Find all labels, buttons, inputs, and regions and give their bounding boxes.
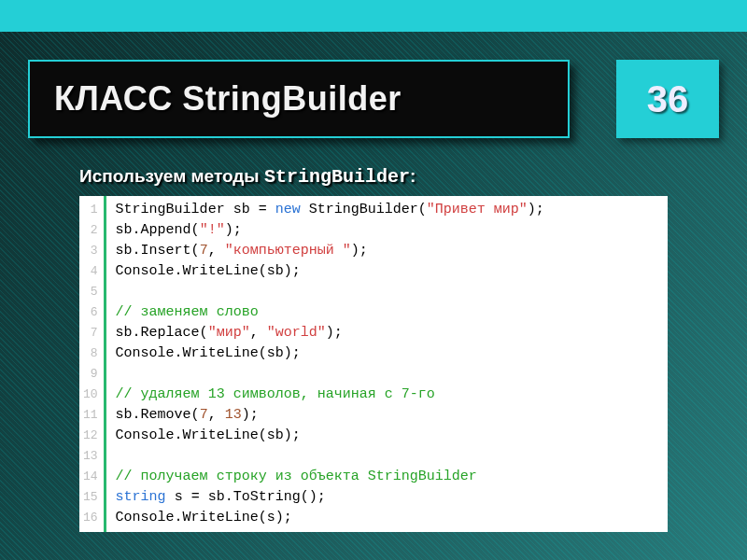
code-token-cmt: // удаляем 13 символов, начиная с 7-го	[116, 386, 435, 402]
code-token-cmt: // получаем строку из объекта StringBuil…	[116, 469, 477, 484]
code-line: string s = sb.ToString();	[116, 487, 544, 508]
code-token-cmt: // заменяем слово	[116, 304, 259, 320]
code-token: sb.Append(	[116, 222, 200, 238]
code-line: sb.Insert(7, "компьютерный ");	[116, 241, 544, 261]
line-number: 10	[83, 385, 98, 405]
code-token-kw: string	[116, 489, 166, 505]
code-line	[116, 282, 544, 302]
code-token: Console.WriteLine(sb);	[116, 427, 301, 443]
code-line: // заменяем слово	[116, 302, 544, 323]
code-token: StringBuilder sb =	[116, 202, 275, 217]
subtitle-mono: StringBuilder	[264, 166, 410, 188]
line-number: 11	[83, 405, 98, 426]
code-token-kw: new	[275, 202, 301, 217]
line-number: 6	[83, 302, 98, 323]
code-token: );	[242, 407, 259, 423]
line-number: 16	[83, 508, 98, 528]
code-line: StringBuilder sb = new StringBuilder("Пр…	[116, 200, 544, 220]
line-number: 12	[83, 426, 98, 446]
code-line: sb.Replace("мир", "world");	[116, 323, 544, 343]
line-number: 9	[83, 364, 98, 385]
code-token: sb.Replace(	[116, 325, 208, 341]
line-number: 13	[83, 446, 98, 467]
subtitle-tail: :	[410, 166, 416, 186]
code-token: sb.Insert(	[116, 243, 200, 259]
line-number: 5	[83, 282, 98, 302]
code-token-num: 13	[225, 407, 242, 423]
code-token-num: 7	[200, 243, 208, 259]
code-line: Console.WriteLine(sb);	[116, 343, 544, 364]
code-token: );	[225, 222, 242, 238]
code-line: // получаем строку из объекта StringBuil…	[116, 467, 544, 487]
code-token-str: "world"	[267, 325, 326, 341]
code-block: 12345678910111213141516 StringBuilder sb…	[79, 196, 668, 532]
line-number: 7	[83, 323, 98, 343]
code-line: sb.Remove(7, 13);	[116, 405, 544, 426]
code-line: sb.Append("!");	[116, 220, 544, 241]
slide-title-box: КЛАСС StringBuilder	[28, 60, 570, 138]
code-token-str: "!"	[200, 222, 225, 238]
code-token: ,	[208, 407, 225, 423]
code-line: Console.WriteLine(sb);	[116, 261, 544, 282]
subtitle: Используем методы StringBuilder:	[79, 166, 710, 188]
line-number: 14	[83, 467, 98, 487]
code-line: Console.WriteLine(sb);	[116, 426, 544, 446]
code-token: );	[326, 325, 343, 341]
code-token: );	[528, 202, 544, 217]
code-token-num: 7	[200, 407, 208, 423]
code-token: Console.WriteLine(s);	[116, 510, 292, 525]
code-line	[116, 364, 544, 385]
code-token: sb.Remove(	[116, 407, 200, 423]
line-number: 15	[83, 487, 98, 508]
line-number: 8	[83, 343, 98, 364]
code-token-str: "мир"	[208, 325, 250, 341]
code-token-str: "Привет мир"	[427, 202, 528, 217]
line-number: 1	[83, 200, 98, 220]
line-number: 2	[83, 220, 98, 241]
slide-title: КЛАСС StringBuilder	[54, 79, 402, 119]
code-gutter: 12345678910111213141516	[79, 196, 106, 532]
code-token-str: "компьютерный "	[225, 243, 351, 259]
subtitle-text: Используем методы	[79, 166, 264, 186]
top-accent-bar	[0, 0, 747, 32]
code-token: Console.WriteLine(sb);	[116, 345, 301, 361]
line-number: 3	[83, 241, 98, 261]
code-line: Console.WriteLine(s);	[116, 508, 544, 528]
line-number: 4	[83, 261, 98, 282]
code-token: ,	[208, 243, 225, 259]
code-token: s = sb.ToString();	[166, 489, 326, 505]
page-number-box: 36	[616, 60, 719, 138]
code-token: StringBuilder(	[301, 202, 427, 217]
code-token: );	[351, 243, 368, 259]
page-number: 36	[647, 78, 689, 120]
code-token: Console.WriteLine(sb);	[116, 263, 301, 279]
code-line: // удаляем 13 символов, начиная с 7-го	[116, 385, 544, 405]
code-content: StringBuilder sb = new StringBuilder("Пр…	[106, 196, 554, 532]
code-line	[116, 446, 544, 467]
code-token: ,	[250, 325, 267, 341]
